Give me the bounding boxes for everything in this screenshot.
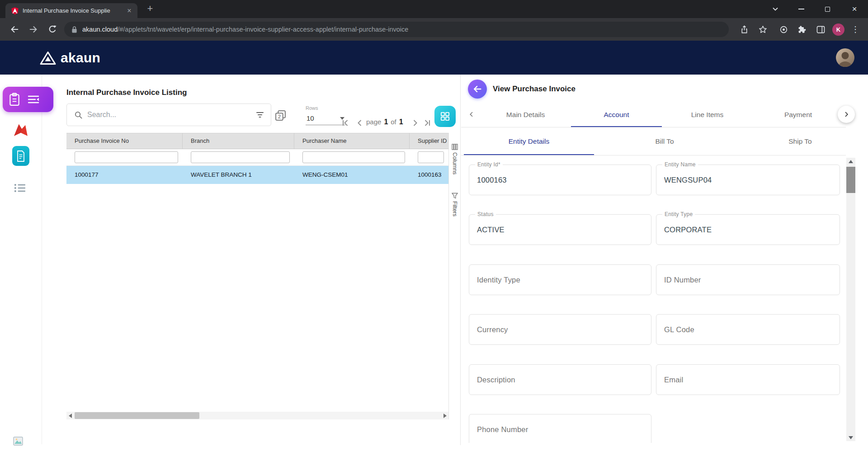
tab-line-items[interactable]: Line Items xyxy=(662,102,753,127)
horizontal-scroll-thumb[interactable] xyxy=(75,412,199,419)
akaun-logo-icon xyxy=(40,51,56,65)
invoice-applet-icon[interactable] xyxy=(12,146,29,166)
back-button[interactable] xyxy=(9,24,20,35)
filter-input-branch[interactable] xyxy=(191,151,290,163)
tab-payment[interactable]: Payment xyxy=(753,102,844,127)
browser-tab[interactable]: Internal Purchase Invoice Supplie × xyxy=(5,3,137,18)
app-header: akaun xyxy=(0,41,868,75)
field-value: 1000163 xyxy=(477,165,651,195)
field-placeholder: Currency xyxy=(477,315,651,344)
list-menu-icon[interactable] xyxy=(14,183,26,193)
bookmark-star-icon[interactable] xyxy=(758,24,768,34)
rows-per-page-select[interactable]: 10 xyxy=(306,112,345,125)
filter-list-icon[interactable] xyxy=(255,110,264,119)
filter-input-purchase-invoice-no[interactable] xyxy=(75,151,178,163)
table-filter-row xyxy=(66,149,448,166)
minimize-button[interactable] xyxy=(792,0,810,18)
table-row[interactable]: 1000177 WAVELET BRANCH 1 WENG-CSEM01 100… xyxy=(66,166,448,184)
column-header[interactable]: Purchaser Name xyxy=(294,133,410,149)
field-label: Entity Id* xyxy=(475,161,503,168)
side-panel-icon[interactable] xyxy=(816,24,826,34)
last-page-button[interactable] xyxy=(422,118,431,128)
field-entity-name[interactable]: Entity Name WENGSUP04 xyxy=(656,165,840,195)
field-currency[interactable]: Currency xyxy=(469,314,651,345)
field-status[interactable]: Status ACTIVE xyxy=(469,214,651,245)
field-placeholder: Identity Type xyxy=(477,265,651,295)
forward-button[interactable] xyxy=(28,24,39,35)
field-entity-id[interactable]: Entity Id* 1000163 xyxy=(469,165,651,195)
field-description[interactable]: Description xyxy=(469,364,651,395)
field-identity-type[interactable]: Identity Type xyxy=(469,264,651,295)
first-page-button[interactable] xyxy=(341,118,350,128)
search-input[interactable] xyxy=(87,111,252,119)
field-value: CORPORATE xyxy=(664,215,840,245)
filters-tool[interactable]: Filters xyxy=(449,193,461,216)
close-window-button[interactable]: × xyxy=(844,0,864,18)
scroll-left-arrow[interactable] xyxy=(66,412,74,419)
user-avatar[interactable] xyxy=(836,48,854,67)
field-entity-type[interactable]: Entity Type CORPORATE xyxy=(656,214,840,245)
subtab-entity-details[interactable]: Entity Details xyxy=(461,127,597,155)
field-label: Entity Name xyxy=(662,161,698,168)
profile-avatar[interactable]: K xyxy=(832,24,844,36)
extensions-puzzle-icon[interactable] xyxy=(797,24,807,34)
menu-open-icon[interactable] xyxy=(28,95,39,104)
filter-input-supplier-id[interactable] xyxy=(418,151,444,163)
tabs-scroll-left[interactable] xyxy=(467,109,476,119)
reload-button[interactable] xyxy=(47,24,58,35)
duplicate-view-icon[interactable]: 2 xyxy=(274,109,287,122)
column-header[interactable]: Supplier ID xyxy=(410,133,448,149)
lock-icon xyxy=(71,26,77,33)
tab-account[interactable]: Account xyxy=(571,102,662,127)
subtab-ship-to[interactable]: Ship To xyxy=(732,127,868,155)
field-gl-code[interactable]: GL Code xyxy=(656,314,840,345)
vertical-scroll-thumb[interactable] xyxy=(846,167,855,193)
browser-menu-button[interactable]: ⋮ xyxy=(850,24,861,35)
horizontal-scrollbar[interactable] xyxy=(66,412,448,419)
previous-page-button[interactable] xyxy=(355,118,364,128)
subtab-bill-to[interactable]: Bill To xyxy=(597,127,732,155)
of-word: of xyxy=(391,118,396,126)
rows-per-page-value: 10 xyxy=(307,114,314,122)
applet-launcher-pill[interactable] xyxy=(3,87,53,112)
columns-tool[interactable]: Columns xyxy=(449,144,461,174)
tab-close-button[interactable]: × xyxy=(126,7,133,14)
extension-target-icon[interactable] xyxy=(778,24,788,34)
cell-branch: WAVELET BRANCH 1 xyxy=(183,166,294,184)
detail-tabs: Main Details Account Line Items Payment xyxy=(461,102,868,127)
field-phone-number[interactable]: Phone Number xyxy=(469,414,651,447)
vertical-scrollbar[interactable] xyxy=(846,158,855,441)
tabs-scroll-right[interactable] xyxy=(838,106,855,123)
field-id-number[interactable]: ID Number xyxy=(656,264,840,295)
cell-purchaser-name: WENG-CSEM01 xyxy=(294,166,410,184)
svg-text:2: 2 xyxy=(278,114,281,119)
listing-title: Internal Purchase Invoice Listing xyxy=(66,88,187,97)
column-header[interactable]: Purchase Invoice No xyxy=(66,133,183,149)
url-path: /#/applets/tnt/wavelet/erp/internal-purc… xyxy=(118,26,408,33)
field-value: WENGSUP04 xyxy=(664,165,840,195)
image-thumbnail-icon[interactable] xyxy=(13,437,23,446)
grid-view-button[interactable] xyxy=(434,106,456,127)
back-to-listing-button[interactable] xyxy=(468,80,487,99)
maximize-button[interactable] xyxy=(818,0,836,18)
table-tools-strip: Columns Filters xyxy=(448,133,460,419)
screen: Internal Purchase Invoice Supplie × + × … xyxy=(0,0,868,461)
url-text: akaun.cloud/#/applets/tnt/wavelet/erp/in… xyxy=(82,26,408,33)
grid-icon xyxy=(440,111,450,122)
red-applet-icon[interactable] xyxy=(13,122,29,138)
scroll-up-arrow[interactable] xyxy=(846,158,855,165)
scroll-down-arrow[interactable] xyxy=(846,434,855,441)
browser-tabstrip: Internal Purchase Invoice Supplie × + × xyxy=(0,0,868,18)
filter-input-purchaser-name[interactable] xyxy=(302,151,405,163)
column-header[interactable]: Branch xyxy=(183,133,294,149)
tab-main-details[interactable]: Main Details xyxy=(480,102,571,127)
angular-favicon-icon xyxy=(11,7,19,15)
new-tab-button[interactable]: + xyxy=(144,3,156,15)
back-arrow-icon xyxy=(472,84,482,94)
scroll-right-arrow[interactable] xyxy=(441,412,448,419)
url-bar[interactable]: akaun.cloud/#/applets/tnt/wavelet/erp/in… xyxy=(64,22,729,37)
tab-search-chevron-icon[interactable] xyxy=(769,0,782,18)
share-icon[interactable] xyxy=(739,24,749,34)
next-page-button[interactable] xyxy=(410,118,420,128)
field-email[interactable]: Email xyxy=(656,364,840,395)
